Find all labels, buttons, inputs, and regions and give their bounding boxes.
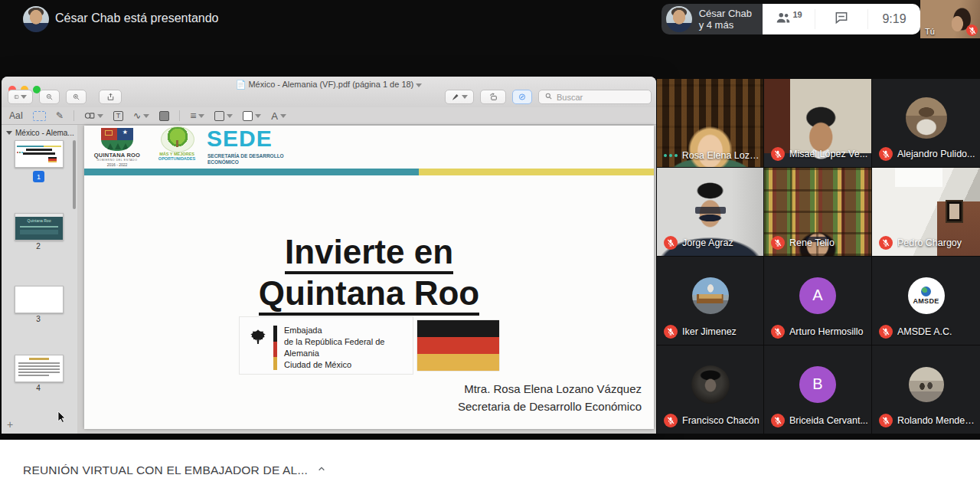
add-page-button[interactable]: +	[7, 418, 13, 431]
page-number-2: 2	[15, 242, 62, 250]
page-thumbnail-2[interactable]: Quintana Roo	[15, 213, 64, 241]
participant-tile[interactable]: Rene Tello	[764, 168, 871, 256]
participants-pill[interactable]: César Chab y 4 más	[662, 4, 763, 34]
markup-controls: Buscar	[445, 90, 652, 104]
participant-tile[interactable]: Misael López Ve...	[764, 79, 871, 167]
signature-tool[interactable]: ∿	[133, 110, 149, 121]
avatar	[909, 367, 944, 402]
participant-tile[interactable]: Alejandro Pulido...	[872, 79, 980, 167]
slide-title-line1: Invierte en	[84, 233, 654, 271]
zoom-in-button[interactable]	[66, 90, 87, 104]
top-bar: César Chab está presentando César Chab y…	[0, 0, 980, 38]
quintana-roo-crest-logo: ★	[101, 128, 133, 151]
globe-icon	[921, 287, 931, 296]
shapes-tool[interactable]	[84, 111, 103, 120]
text-selection-tool[interactable]: AaI	[9, 110, 23, 121]
thumbnail-sidebar: México - Alema... 1 Quintana Roo 2 3	[2, 125, 78, 434]
embassy-line3: Ciudad de México	[284, 359, 413, 371]
bottom-bar: REUNIÓN VIRTUAL CON EL EMBAJADOR DE AL..…	[0, 440, 980, 501]
embassy-line2: de la República Federal de Alemania	[284, 336, 413, 359]
credit-line2: Secretaria de Desarrollo Económico	[84, 400, 642, 413]
embassy-block: Embajada de la República Federal de Alem…	[239, 316, 413, 375]
participant-tile[interactable]: Pedro Chargoy	[872, 168, 980, 256]
slide-page: ★ QUINTANA ROO GOBIERNO DEL ESTADO 2016 …	[84, 126, 654, 429]
mic-muted-icon	[879, 325, 893, 339]
zoom-out-button[interactable]	[39, 90, 60, 104]
sidebar-header[interactable]: México - Alema...	[6, 129, 74, 137]
oportunidades-tree-logo	[161, 126, 194, 152]
pill-avatar	[666, 6, 692, 32]
note-tool[interactable]	[159, 111, 169, 121]
glasses	[695, 207, 726, 214]
avatar-letter: B	[799, 366, 836, 403]
view-controls	[8, 90, 122, 104]
mic-muted-icon	[879, 414, 893, 427]
people-icon	[775, 9, 792, 29]
credit-line1: Mtra. Rosa Elena Lozano Vázquez	[84, 382, 642, 395]
participant-tile[interactable]: B Briceida Cervant...	[764, 345, 871, 434]
clock: 9:19	[867, 9, 920, 29]
avatar-letter: A	[799, 277, 836, 314]
search-icon	[544, 92, 553, 102]
participant-grid: Rosa Elena Loza... Misael López Ve... Al…	[657, 79, 980, 434]
pen-tool-button[interactable]	[445, 90, 474, 104]
page-number-3: 3	[15, 315, 62, 323]
qr-logo-line1: QUINTANA ROO	[84, 152, 150, 159]
participant-tile[interactable]: Rosa Elena Loza...	[657, 79, 763, 167]
page-thumbnail-4[interactable]	[15, 355, 64, 382]
picture-frame	[946, 200, 963, 223]
mic-muted-icon	[664, 414, 678, 427]
fill-color-tool[interactable]	[243, 111, 261, 121]
sidebar-scrollbar[interactable]	[73, 140, 76, 209]
meeting-title[interactable]: REUNIÓN VIRTUAL CON EL EMBAJADOR DE AL..…	[23, 440, 328, 501]
text-box-tool[interactable]: T	[113, 111, 123, 121]
page-thumbnail-3[interactable]	[15, 286, 64, 313]
mic-muted-icon	[771, 236, 785, 250]
page-thumbnail-1[interactable]	[15, 140, 64, 168]
mic-muted-icon	[879, 147, 893, 161]
qr-logo-line3: 2016 - 2022	[84, 162, 150, 167]
german-stripe	[273, 326, 277, 370]
mic-muted-icon	[879, 236, 893, 250]
sketch-tool[interactable]: ✎	[56, 110, 64, 121]
border-color-tool[interactable]	[214, 111, 233, 121]
preview-window: 📄 México - Alemania (VF).pdf (página 1 d…	[2, 77, 656, 434]
chat-button[interactable]	[815, 9, 867, 29]
sidebar-toggle-button[interactable]	[8, 90, 33, 104]
self-view-tile[interactable]: Tú	[920, 0, 980, 38]
annotation-toolbar: AaI ✎ T ∿ ≡ A	[2, 107, 656, 125]
text-style-tool[interactable]: A	[271, 110, 286, 122]
tree-logo-line2: OPORTUNIDADES	[144, 156, 210, 161]
star-icon: ★	[122, 129, 128, 136]
mic-muted-icon	[771, 147, 785, 161]
pdf-doc-icon: 📄	[236, 80, 247, 89]
share-button[interactable]	[99, 90, 122, 104]
avatar	[692, 277, 729, 314]
top-right-card: 19 9:19	[763, 4, 920, 34]
participant-tile[interactable]: Iker Jimenez	[657, 257, 763, 345]
rotate-button[interactable]	[480, 90, 506, 104]
speaking-indicator	[664, 154, 678, 157]
mic-muted-icon	[771, 325, 785, 339]
participant-tile[interactable]: AMSDE AMSDE A.C.	[872, 257, 980, 345]
markup-toolbar-button[interactable]	[512, 90, 532, 104]
meet-screen: César Chab está presentando César Chab y…	[0, 0, 980, 501]
participant-tile[interactable]: A Arturo Hermosillo	[764, 257, 871, 345]
people-button[interactable]: 19	[763, 9, 815, 29]
search-placeholder: Buscar	[557, 93, 583, 102]
selected-page-badge: 1	[33, 171, 44, 182]
participant-tile[interactable]: Rolando Mendez...	[872, 345, 980, 434]
slide-title-line2: Quintana Roo	[84, 274, 654, 313]
rect-selection-tool[interactable]	[33, 111, 46, 121]
page-number-4: 4	[15, 384, 62, 392]
window-titlebar[interactable]: 📄 México - Alemania (VF).pdf (página 1 d…	[2, 77, 656, 108]
line-style-tool[interactable]: ≡	[190, 110, 204, 122]
participant-tile[interactable]: Francisco Chacón	[657, 345, 763, 434]
pill-more: y 4 más	[699, 19, 752, 31]
chevron-up-icon	[315, 463, 328, 478]
search-input[interactable]: Buscar	[538, 90, 652, 104]
self-mic-muted-icon	[966, 25, 978, 36]
mic-muted-icon	[664, 236, 678, 250]
mic-muted-icon	[771, 414, 785, 427]
participant-tile[interactable]: Jorge Agraz	[657, 168, 763, 256]
